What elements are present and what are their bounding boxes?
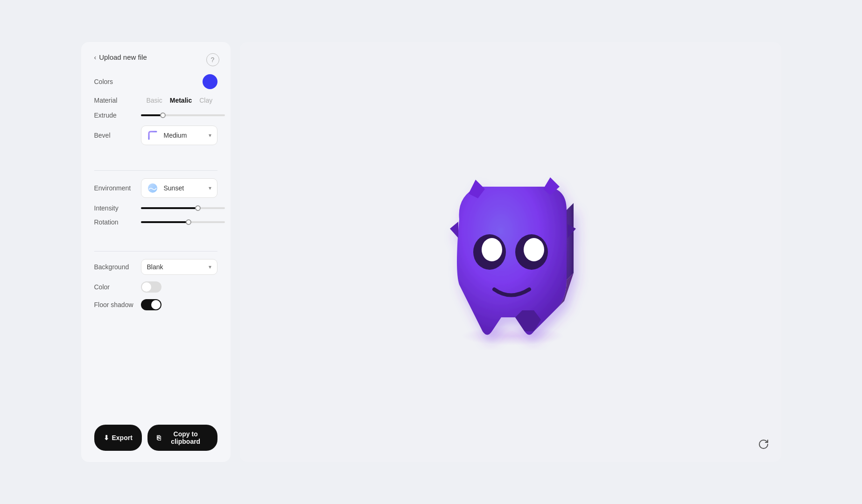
intensity-label: Intensity [94, 204, 141, 212]
rotation-slider-track[interactable] [141, 221, 225, 223]
left-panel: ? ‹ Upload new file Colors Material Basi… [81, 42, 231, 462]
extrude-slider-fill [141, 114, 162, 116]
extrude-slider-thumb[interactable] [160, 112, 166, 118]
svg-point-0 [148, 183, 157, 193]
color-toggle-thumb [142, 282, 151, 292]
intensity-slider-thumb[interactable] [195, 205, 201, 211]
color-toggle[interactable] [141, 281, 161, 293]
export-icon: ⬇ [104, 434, 109, 441]
environment-section: Environment Sunset ▾ [94, 178, 217, 232]
material-tab-basic[interactable]: Basic [145, 96, 164, 105]
clipboard-icon: ⎘ [157, 434, 161, 441]
material-tabs: Basic Metalic Clay [145, 96, 215, 105]
chevron-left-icon: ‹ [94, 54, 97, 61]
extrude-row: Extrude [94, 112, 217, 119]
bevel-icon [147, 130, 158, 141]
background-row: Background Blank ▾ [94, 259, 217, 275]
divider-2 [94, 251, 217, 252]
intensity-slider-container [141, 207, 225, 209]
bottom-buttons: ⬇ Export ⎘ Copy to clipboard [94, 425, 217, 451]
intensity-row: Intensity [94, 204, 217, 212]
floor-shadow-row: Floor shadow [94, 299, 217, 310]
extrude-slider-track[interactable] [141, 114, 225, 116]
floor-shadow-toggle-thumb [151, 300, 161, 309]
background-dropdown-arrow: ▾ [209, 264, 211, 270]
svg-point-1 [462, 327, 564, 345]
environment-icon [147, 182, 158, 194]
rotation-row: Rotation [94, 218, 217, 226]
material-tab-metalic[interactable]: Metalic [168, 96, 194, 105]
floor-shadow-toggle[interactable] [141, 299, 161, 310]
rotation-label: Rotation [94, 218, 141, 226]
preview-area [240, 42, 781, 462]
clipboard-button[interactable]: ⎘ Copy to clipboard [147, 425, 217, 451]
environment-dropdown[interactable]: Sunset ▾ [141, 178, 217, 198]
refresh-icon [758, 439, 769, 450]
material-row: Material Basic Metalic Clay [94, 96, 217, 105]
bevel-row: Bevel Medium ▾ [94, 126, 217, 145]
refresh-button[interactable] [755, 436, 772, 453]
discord-3d-preview [422, 154, 599, 350]
help-icon[interactable]: ? [206, 53, 219, 66]
background-label: Background [94, 263, 141, 271]
environment-value: Sunset [164, 184, 205, 192]
rotation-slider-thumb[interactable] [186, 219, 191, 225]
export-button[interactable]: ⬇ Export [94, 425, 142, 451]
background-section: Background Blank ▾ Color Floor shadow [94, 259, 217, 317]
rotation-slider-container [141, 221, 225, 223]
colors-row: Colors [94, 74, 217, 89]
rotation-slider-fill [141, 221, 188, 223]
intensity-slider-track[interactable] [141, 207, 225, 209]
right-panel [240, 42, 781, 462]
environment-dropdown-arrow: ▾ [209, 185, 211, 191]
extrude-slider-container [141, 114, 225, 116]
color-row: Color [94, 281, 217, 293]
svg-point-5 [524, 238, 544, 261]
background-dropdown[interactable]: Blank ▾ [141, 259, 217, 275]
clipboard-label: Copy to clipboard [163, 430, 208, 445]
color-picker[interactable] [203, 74, 217, 89]
intensity-slider-fill [141, 207, 197, 209]
material-tab-clay[interactable]: Clay [197, 96, 214, 105]
divider-1 [94, 170, 217, 171]
svg-point-4 [482, 238, 502, 261]
colors-section: Colors Material Basic Metalic Clay Extru… [94, 74, 217, 152]
bevel-value: Medium [164, 132, 205, 139]
extrude-label: Extrude [94, 112, 141, 119]
environment-row: Environment Sunset ▾ [94, 178, 217, 198]
floor-shadow-label: Floor shadow [94, 301, 141, 308]
color-label: Color [94, 283, 141, 291]
bevel-dropdown-arrow: ▾ [209, 132, 211, 139]
bevel-label: Bevel [94, 132, 141, 139]
background-value: Blank [147, 263, 205, 271]
export-label: Export [112, 434, 133, 441]
material-label: Material [94, 97, 141, 104]
back-link[interactable]: ‹ Upload new file [94, 53, 217, 61]
bevel-dropdown[interactable]: Medium ▾ [141, 126, 217, 145]
environment-label: Environment [94, 184, 141, 192]
back-link-label: Upload new file [99, 53, 147, 61]
colors-label: Colors [94, 78, 141, 85]
